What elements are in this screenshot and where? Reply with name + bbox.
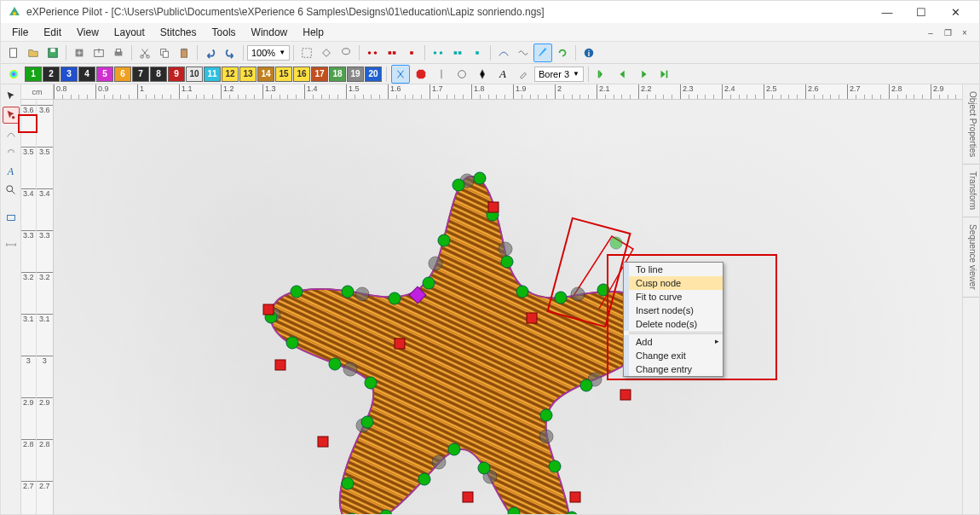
color-swatch-12[interactable]: 12	[222, 67, 239, 82]
color-swatch-14[interactable]: 14	[257, 67, 274, 82]
refresh-icon[interactable]	[553, 43, 572, 62]
borer-combo[interactable]: Borer 3▼	[534, 67, 584, 82]
ctx-delete-node-s-[interactable]: Delete node(s)	[624, 317, 723, 331]
select-rect-icon[interactable]	[297, 43, 316, 62]
color-swatch-4[interactable]: 4	[78, 67, 95, 82]
pin-icon[interactable]	[473, 65, 492, 84]
ctx-cusp-node[interactable]: Cusp node	[624, 276, 723, 290]
select-lasso-icon[interactable]	[337, 43, 355, 62]
curve-icon[interactable]	[494, 43, 513, 62]
color-swatch-18[interactable]: 18	[329, 67, 346, 82]
save-button[interactable]	[43, 43, 62, 62]
play-fwd-icon[interactable]	[634, 65, 653, 84]
nodes-teal2-icon[interactable]	[448, 43, 467, 62]
menu-stitches[interactable]: Stitches	[153, 25, 205, 40]
design-canvas[interactable]: To lineCusp nodeFit to curveInsert node(…	[54, 100, 962, 514]
paste-button[interactable]	[175, 43, 193, 62]
color-swatch-5[interactable]: 5	[96, 67, 113, 82]
ruler-tick: 3.3	[21, 230, 36, 240]
close-button[interactable]: ✕	[938, 3, 972, 20]
import-button[interactable]	[70, 43, 89, 62]
color-swatch-10[interactable]: 10	[186, 67, 203, 82]
stop-icon[interactable]	[412, 65, 430, 84]
color-swatch-6[interactable]: 6	[114, 67, 131, 82]
ctx-change-exit[interactable]: Change exit	[624, 349, 723, 362]
ctx-change-entry[interactable]: Change entry	[624, 362, 723, 376]
menu-view[interactable]: View	[69, 25, 107, 40]
color-swatch-8[interactable]: 8	[150, 67, 167, 82]
color-swatch-19[interactable]: 19	[347, 67, 364, 82]
eyedrop-icon[interactable]	[514, 65, 533, 84]
ctx-fit-to-curve[interactable]: Fit to curve	[624, 290, 723, 304]
play-rev-icon[interactable]	[614, 65, 632, 84]
svg-point-75	[329, 358, 341, 370]
svg-rect-1	[10, 48, 17, 57]
mdi-minimize-button[interactable]: –	[923, 26, 938, 38]
zoom-combo[interactable]: 100%▼	[247, 45, 290, 61]
open-button[interactable]	[24, 43, 43, 62]
color-swatch-9[interactable]: 9	[168, 67, 185, 82]
reshape-tool[interactable]	[3, 125, 20, 142]
cut-button[interactable]	[135, 43, 154, 62]
new-button[interactable]	[4, 43, 23, 62]
nodes-red-icon[interactable]	[363, 43, 382, 62]
tab-sequence-viewer[interactable]: Sequence viewer	[963, 217, 979, 298]
menu-tools[interactable]: Tools	[205, 25, 244, 40]
color-wheel-icon[interactable]	[4, 65, 23, 84]
play-start-icon[interactable]	[593, 65, 612, 84]
text-icon[interactable]: A	[493, 65, 512, 84]
menu-help[interactable]: Help	[295, 25, 331, 40]
color-swatch-15[interactable]: 15	[275, 67, 292, 82]
undo-button[interactable]	[201, 43, 220, 62]
tab-object-properties[interactable]: Object Properties	[963, 84, 979, 165]
copy-button[interactable]	[155, 43, 174, 62]
mdi-restore-button[interactable]: ❐	[940, 26, 955, 38]
menu-edit[interactable]: Edit	[36, 25, 69, 40]
info-button[interactable]: i	[579, 43, 598, 62]
view-tool[interactable]	[3, 209, 20, 226]
minimize-button[interactable]: —	[870, 3, 904, 20]
svg-point-57	[597, 284, 609, 296]
zoom-tool[interactable]	[3, 182, 20, 199]
ctx-to-line[interactable]: To line	[624, 263, 723, 276]
color-swatch-13[interactable]: 13	[239, 67, 257, 82]
ctx-insert-node-s-[interactable]: Insert node(s)	[624, 304, 723, 317]
color-swatch-3[interactable]: 3	[61, 67, 78, 82]
mdi-close-button[interactable]: ×	[957, 26, 972, 38]
node-edit-tool[interactable]	[3, 107, 20, 124]
pointer-tool[interactable]	[3, 88, 20, 105]
tab-transform[interactable]: Transform	[963, 165, 979, 217]
color-swatch-11[interactable]: 11	[204, 67, 221, 82]
ruler-tick: 1.9	[513, 84, 527, 99]
color-swatch-17[interactable]: 17	[311, 67, 328, 82]
nodes-red2-icon[interactable]	[383, 43, 401, 62]
color-swatch-1[interactable]: 1	[25, 67, 42, 82]
color-swatch-2[interactable]: 2	[43, 67, 60, 82]
shape-edit-button[interactable]	[533, 43, 552, 62]
scissors-icon[interactable]	[391, 65, 410, 84]
nodes-teal-icon[interactable]	[429, 43, 447, 62]
ruler-tick: 2.5	[764, 84, 777, 99]
color-swatch-16[interactable]: 16	[293, 67, 310, 82]
menu-window[interactable]: Window	[244, 25, 296, 40]
node-teal-icon[interactable]	[468, 43, 487, 62]
text-tool[interactable]: A	[3, 163, 20, 180]
menu-layout[interactable]: Layout	[107, 25, 153, 40]
maximize-button[interactable]: ☐	[904, 3, 938, 20]
rotate-tool[interactable]	[3, 144, 20, 161]
needle-icon[interactable]	[432, 65, 451, 84]
ctx-add[interactable]: Add	[624, 335, 723, 349]
export-button[interactable]	[89, 43, 108, 62]
select-poly-icon[interactable]	[317, 43, 336, 62]
color-swatch-20[interactable]: 20	[365, 67, 382, 82]
wave-icon[interactable]	[514, 43, 533, 62]
print-button[interactable]	[109, 43, 128, 62]
node-single-red-icon[interactable]	[402, 43, 421, 62]
measure-tool[interactable]	[3, 236, 20, 253]
play-end-icon[interactable]	[654, 65, 673, 84]
color-swatch-7[interactable]: 7	[132, 67, 149, 82]
menu-file[interactable]: File	[4, 25, 36, 40]
ruler-tick: 2.8	[37, 439, 53, 448]
redo-button[interactable]	[221, 43, 239, 62]
thread-icon[interactable]	[453, 65, 471, 84]
